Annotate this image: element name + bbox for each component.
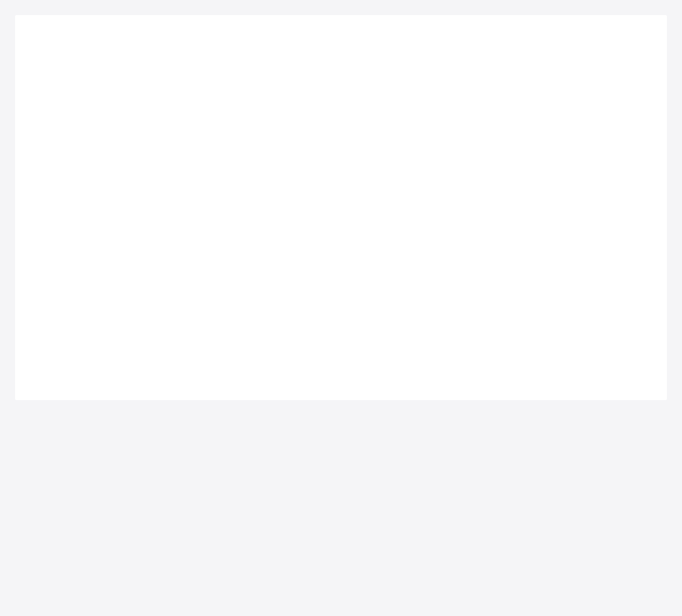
org-chart-container <box>15 15 667 400</box>
